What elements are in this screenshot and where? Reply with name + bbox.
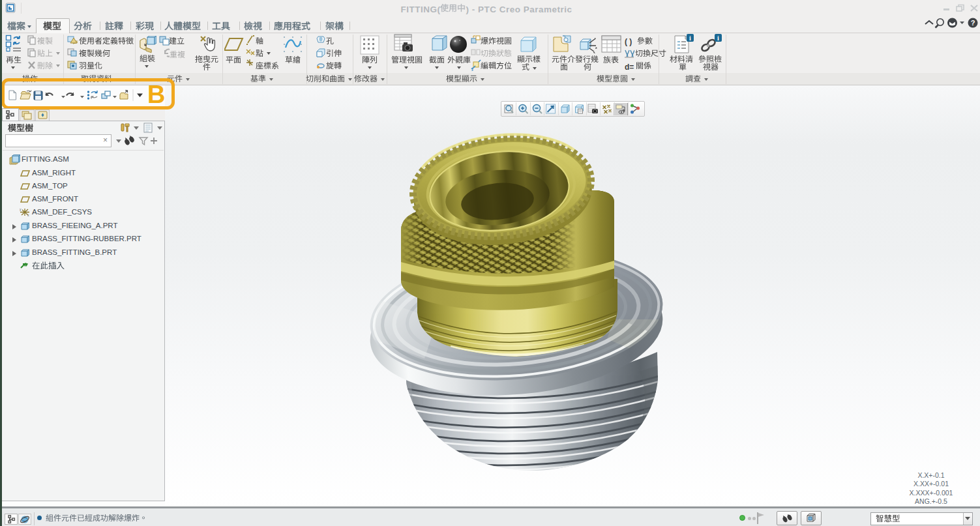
svg-text:?: ? [971, 19, 975, 27]
svg-text:i: i [689, 35, 691, 42]
svg-text:i: i [717, 35, 719, 42]
svg-text:x: x [27, 213, 29, 216]
